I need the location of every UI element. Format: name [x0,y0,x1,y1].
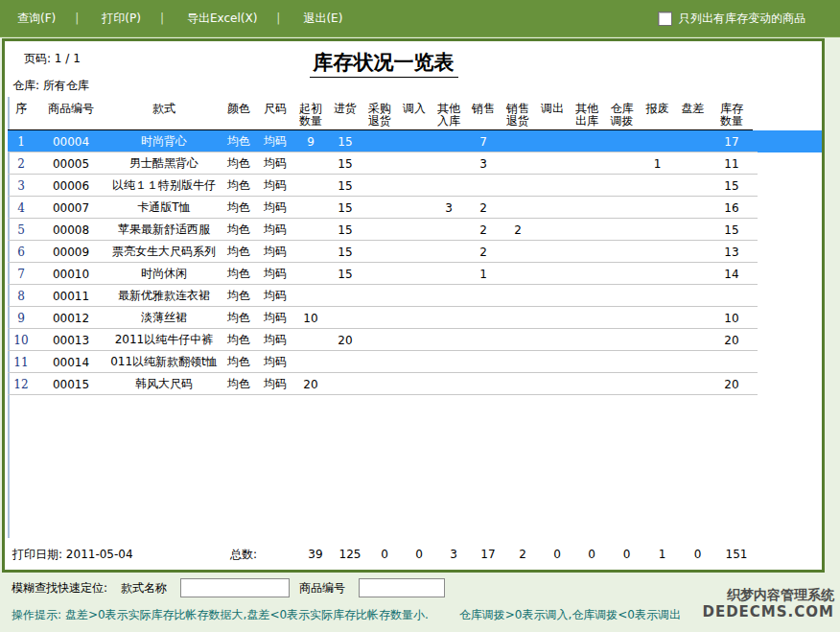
table-cell: 2011以纯牛仔中裤 [107,332,221,348]
table-row[interactable]: 1100014011以纯新款翻领t恤均色均码 [8,351,822,373]
table-cell: 15 [711,223,753,237]
table-cell: 15 [711,179,753,193]
table-row[interactable]: 200005男士酷黑背心均色均码153111 [8,152,822,175]
table-row[interactable]: 500008苹果最新舒适西服均色均码152215 [8,219,822,241]
menu-query[interactable]: 查询(F) [17,11,56,27]
table-cell: 3 [466,157,501,171]
filter-checkbox[interactable] [658,12,672,26]
table-row[interactable]: 400007卡通版T恤均色均码153216 [8,197,822,219]
table-cell: 均码 [257,177,293,194]
table-cell: 15 [328,246,362,259]
menu-exit[interactable]: 退出(E) [303,11,342,27]
totals-value: 151 [715,548,758,561]
table-cell: 3 [8,179,35,193]
table-cell: 均码 [257,354,293,370]
menu-print[interactable]: 打印(P) [102,11,141,27]
table-header-row: 序商品编号款式颜色尺码起初 数量进货采购 退货调入其他 入库销售销售 退货调出其… [8,97,753,130]
table-cell: 以纯１１特别版牛仔 [107,177,221,194]
totals-value: 0 [574,548,609,561]
table-cell: 20 [328,334,362,347]
table-cell: 7 [466,135,501,149]
table-cell: 均码 [257,199,293,216]
table-cell: 均色 [221,177,257,194]
table-header-cell: 序 [8,97,35,130]
table-cell: 2 [466,201,501,215]
hint-pancha: 盘差>0表示实际库存比帐存数据大,盘差<0表示实际库存比帐存数量小. [65,608,429,621]
table-cell: 15 [328,157,362,171]
watermark-en: DEDECMS.COM [702,603,834,620]
product-code-input[interactable] [359,578,445,597]
table-cell: 011以纯新款翻领t恤 [107,354,221,370]
table-row[interactable]: 900012淡薄丝裙均色均码1010 [8,307,822,329]
table-header-cell: 尺码 [257,97,293,130]
print-date: 打印日期: 2011-05-04 [8,547,225,563]
table-cell: 00009 [35,246,107,259]
table-header-cell: 盘差 [675,97,711,130]
table-row[interactable]: 700010时尚休闲均色均码15114 [8,263,822,285]
quick-search-bar: 模糊查找快速定位: 款式名称 商品编号 [12,578,455,597]
table-header-cell: 销售 退货 [501,97,535,130]
table-cell: 男士酷黑背心 [107,155,221,172]
table-cell: 1 [8,135,35,149]
table-cell: 均码 [257,376,293,392]
table-cell: 均色 [221,376,257,392]
table-header-cell: 销售 [466,97,501,130]
table-cell: 2 [8,157,35,171]
table-cell: 3 [432,201,466,215]
table-cell: 时尚背心 [107,133,221,150]
row-separator [8,394,758,395]
menu-separator: | [276,12,280,25]
table-row[interactable]: 800011最新优雅款连衣裙均色均码 [8,285,822,307]
table-cell: 均色 [221,310,257,326]
table-cell: 1 [466,268,501,281]
table-row[interactable]: 300006以纯１１特别版牛仔均色均码1515 [8,175,822,197]
table-cell: 00007 [35,201,107,215]
table-cell: 20 [711,334,753,347]
table-header-cell: 库存 数量 [711,97,753,130]
table-cell: 均色 [221,244,257,260]
table-cell: 均色 [221,199,257,216]
table-cell: 6 [8,246,35,259]
table-header-cell: 进货 [328,97,362,130]
menu-export-excel[interactable]: 导出Excel(X) [187,11,257,27]
table-cell: 10 [711,312,753,325]
table-cell: 均码 [257,332,293,348]
totals-value: 0 [609,548,644,561]
table-cell: 00008 [35,223,107,237]
totals-value: 1 [644,548,680,561]
table-row[interactable]: 10000132011以纯牛仔中裤均色均码2020 [8,329,822,351]
report-title: 库存状况一览表 [5,49,762,76]
table-cell: 20 [711,378,753,391]
style-name-label: 款式名称 [121,580,167,597]
watermark: 织梦内容管理系统 DEDECMS.COM [702,586,834,620]
table-cell: 均色 [221,332,257,348]
table-header-cell: 采购 退货 [362,97,397,130]
totals-value: 3 [436,548,471,561]
table-cell: 10 [293,312,328,325]
table-cell: 均色 [221,266,257,282]
table-cell: 12 [8,378,35,391]
totals-row: 打印日期: 2011-05-04总数:3912500317200010151 [8,544,758,565]
totals-value: 39 [298,548,333,561]
table-cell: 15 [328,201,362,215]
table-cell: 4 [8,201,35,215]
style-name-input[interactable] [180,578,290,597]
table-cell: 9 [293,135,328,149]
table-cell: 5 [8,223,35,237]
totals-label: 总数: [225,547,262,563]
filter-checkbox-label: 只列出有库存变动的商品 [679,11,805,27]
table-cell: 11 [8,356,35,369]
table-header-cell: 仓库 调拨 [604,97,640,130]
table-row[interactable]: 100004时尚背心均色均码915717 [8,130,822,152]
table-row[interactable]: 600009票亮女生大尺码系列均色均码15213 [8,241,822,263]
table-cell: 均色 [221,222,257,238]
table-cell: 00006 [35,179,107,193]
table-cell: 2 [466,246,501,259]
table-cell: 11 [711,157,753,171]
table-cell: 均码 [257,244,293,260]
quick-search-label: 模糊查找快速定位: [12,580,107,597]
totals-value: 125 [333,548,367,561]
table-cell: 00011 [35,290,107,303]
table-header-cell: 其他 入库 [432,97,466,130]
table-row[interactable]: 1200015韩风大尺码均色均码2020 [8,373,822,395]
